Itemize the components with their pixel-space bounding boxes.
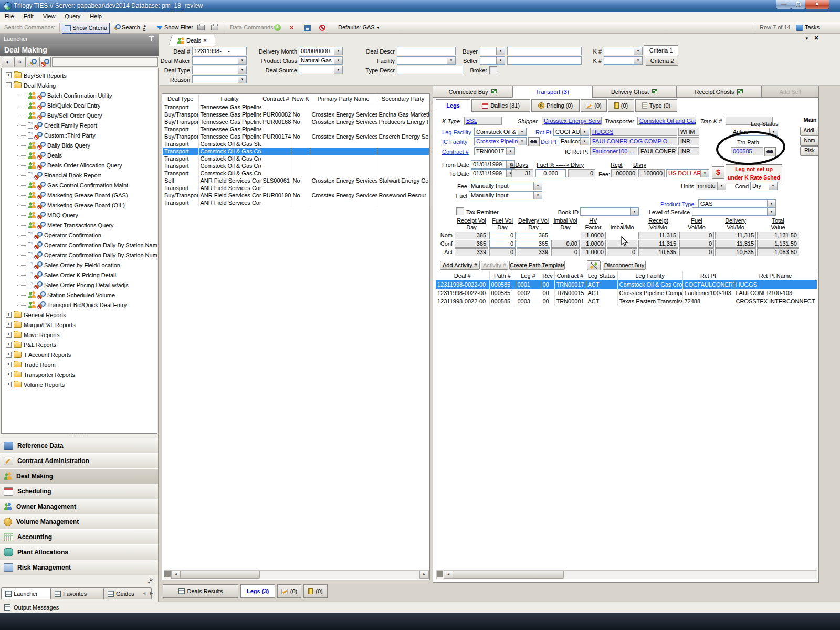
volume-cell[interactable]: 365	[455, 232, 488, 239]
dropdown-icon[interactable]: ▼	[238, 57, 246, 64]
bottom-tab-dealsresults[interactable]: Deals Results	[163, 584, 238, 598]
dropdown-icon[interactable]: ▼	[580, 138, 589, 145]
nav-plant-allocations[interactable]: Plant Allocations	[0, 544, 158, 560]
launcher-filter-input[interactable]	[52, 57, 158, 67]
cancel-changes-button[interactable]	[317, 23, 328, 33]
volume-cell[interactable]: 0	[679, 248, 714, 256]
name-field[interactable]	[507, 56, 582, 65]
tree-item-operator-confirmation-daily-by-station-num-[interactable]: Operator Confirmation Daily By Station N…	[2, 250, 157, 260]
table-row[interactable]: 12311998-0022-00000585000300TRN00001ACTT…	[436, 297, 817, 306]
tree-item-financial-book-report[interactable]: Financial Book Report	[2, 170, 157, 180]
volume-cell[interactable]: 11,315	[715, 240, 756, 248]
tree-item-custom-third-party[interactable]: Custom::Third Party	[2, 130, 157, 140]
show-criteria-button[interactable]: Show Criteria	[62, 23, 110, 34]
volume-cell[interactable]: 1,131.50	[757, 240, 799, 248]
tree-item-credit-family-report[interactable]: Credit Family Report	[2, 120, 157, 130]
contract-label-label[interactable]: Contract #	[442, 148, 471, 156]
tree-item-station-scheduled-volume[interactable]: Station Scheduled Volume	[2, 290, 157, 300]
dropdown-icon[interactable]: ▼	[767, 208, 775, 215]
table-row[interactable]: SellANR Field Services ComSLS00061NoCros…	[163, 177, 429, 184]
ic-facility-value-field[interactable]: Crosstex Pipeline C▼	[474, 137, 527, 145]
volume-cell[interactable]: 10,535	[638, 248, 678, 256]
subtab-pricing0[interactable]: $Pricing (0)	[531, 99, 580, 112]
tree-folder-volume-reports[interactable]: +Volume Reports	[2, 380, 157, 390]
volume-cell[interactable]: 339	[517, 248, 550, 256]
sort-button[interactable]: AZ↓	[141, 23, 149, 33]
sidebar-tab-launcher[interactable]: Launcher	[1, 587, 57, 599]
subtab-dailies31[interactable]: Dailies (31)	[471, 99, 530, 112]
value-field[interactable]: ▼	[604, 56, 643, 65]
ic-rct-pt-name-field[interactable]: FAULCONER100-103	[638, 147, 677, 155]
tree-item-operator-confirmation-daily-by-station-name[interactable]: Operator Confirmation Daily By Station N…	[2, 240, 157, 250]
value-field[interactable]: ▼	[480, 47, 505, 55]
name-field[interactable]	[507, 47, 582, 55]
days-header-label[interactable]: # Days	[510, 161, 533, 169]
fuel-header-label[interactable]: Fuel % -----> Dlvry	[537, 161, 598, 169]
value-field[interactable]: ▼	[604, 47, 643, 55]
fee-mode-field[interactable]: Manually Input▼	[469, 182, 542, 190]
table-row[interactable]: TransportANR Field Services Com	[163, 184, 429, 192]
side-tab-nom[interactable]: Nom	[800, 136, 819, 146]
tree-item-marketing-grease-board-gas-[interactable]: Marketing Grease Board (GAS)	[2, 190, 157, 200]
dropdown-icon[interactable]: ▼	[496, 57, 505, 64]
rct-pt-type-field[interactable]: WHM	[678, 128, 699, 136]
dlvry-fee-field[interactable]: .100000	[638, 169, 665, 177]
tree-folder-move-reports[interactable]: +Move Reports	[2, 330, 157, 340]
create-path-template-button[interactable]: Create Path Template	[509, 261, 565, 270]
nav-deal-making[interactable]: Deal Making	[0, 468, 158, 484]
expand-toggle-icon[interactable]: +	[6, 352, 12, 358]
expand-toggle-icon[interactable]: +	[6, 362, 12, 368]
value-field[interactable]: ▼	[299, 66, 343, 74]
sidebar-tab-scroll-left[interactable]: ◄	[142, 591, 146, 596]
expand-toggle-icon[interactable]: +	[6, 372, 12, 377]
find-clear-button[interactable]	[39, 57, 51, 67]
rct-pt-code-field[interactable]: COGFAULCO▼	[553, 128, 589, 136]
leg-status-label-label[interactable]: Leg Status	[751, 120, 784, 128]
tree-item-deals[interactable]: Deals	[2, 150, 157, 160]
expand-toggle-icon[interactable]: −	[6, 82, 12, 88]
subtab-type0[interactable]: Type (0)	[635, 99, 677, 112]
volume-cell[interactable]: 1.0000	[581, 248, 606, 256]
volume-cell[interactable]: 1.0000	[581, 240, 606, 248]
tab-list-dropdown-icon[interactable]: ▼	[805, 36, 809, 41]
days-value-field[interactable]: 31	[511, 169, 533, 177]
menu-item-file[interactable]: File	[0, 12, 19, 21]
value-field[interactable]: 12311998- -	[192, 47, 247, 55]
side-tab-main[interactable]: Main	[800, 116, 820, 124]
subtab-0[interactable]: (0)	[581, 99, 607, 112]
book-id-field[interactable]: ▼	[580, 207, 639, 216]
dropdown-icon[interactable]: ▼	[634, 57, 642, 64]
dropdown-icon[interactable]: ▼	[767, 200, 775, 207]
dropdown-icon[interactable]: ▼	[580, 128, 589, 135]
connection-tab-receipt-ghosts[interactable]: Receipt Ghosts	[676, 86, 761, 98]
expand-toggle-icon[interactable]: +	[6, 342, 12, 348]
bottom-tab-legs3[interactable]: Legs (3)	[240, 584, 275, 598]
add-activity-button[interactable]: Add Activity #	[440, 261, 480, 270]
dropdown-icon[interactable]: ▼	[769, 182, 777, 190]
ic-rct-pt-code-field[interactable]: Faulconer100-...	[590, 147, 637, 155]
shipper-value-field[interactable]: Crosstex Energy Servi...	[542, 117, 602, 125]
nav-accounting[interactable]: Accounting	[0, 529, 158, 545]
tab-deals[interactable]: Deals ×	[173, 35, 215, 46]
disconnect-buy-button[interactable]: Disconnect Buy	[603, 261, 646, 270]
broker-checkbox[interactable]	[489, 66, 497, 74]
show-filter-button[interactable]: Show Filter	[154, 23, 195, 33]
tree-folder-margin-p-l-reports[interactable]: +Margin/P&L Reports	[2, 320, 157, 330]
expand-toggle-icon[interactable]: +	[6, 332, 12, 338]
dropdown-icon[interactable]: ▼	[630, 208, 638, 215]
volume-cell[interactable]: 365	[517, 240, 550, 248]
tree-item-transport-bid-quick-deal-entry[interactable]: Transport Bid/Quick Deal Entry	[2, 300, 157, 310]
bottom-tab-0[interactable]: (0)	[277, 584, 301, 598]
tree-item-bid-quick-deal-entry[interactable]: Bid/Quick Deal Entry	[2, 100, 157, 110]
tree-item-gas-control-confirmation-maint[interactable]: Gas Control Confirmation Maint	[2, 180, 157, 190]
table-row[interactable]: Buy/TransporANR Field Services ComPUR001…	[163, 192, 429, 199]
print-button[interactable]	[195, 23, 207, 33]
volume-cell[interactable]: 11,315	[715, 232, 756, 239]
value-field[interactable]: 00/00/0000▼	[299, 47, 343, 55]
expand-toggle-icon[interactable]: +	[6, 312, 12, 318]
table-row[interactable]: TransportTennessee Gas Pipeline	[163, 125, 429, 133]
volume-cell[interactable]: 339	[455, 248, 488, 256]
side-tab-addl[interactable]: Addl.	[800, 127, 819, 136]
leg-facility-value-field[interactable]: Comstock Oil & Gas Cro▼	[474, 128, 527, 136]
criteria1-tab[interactable]: Criteria 1	[644, 45, 678, 56]
